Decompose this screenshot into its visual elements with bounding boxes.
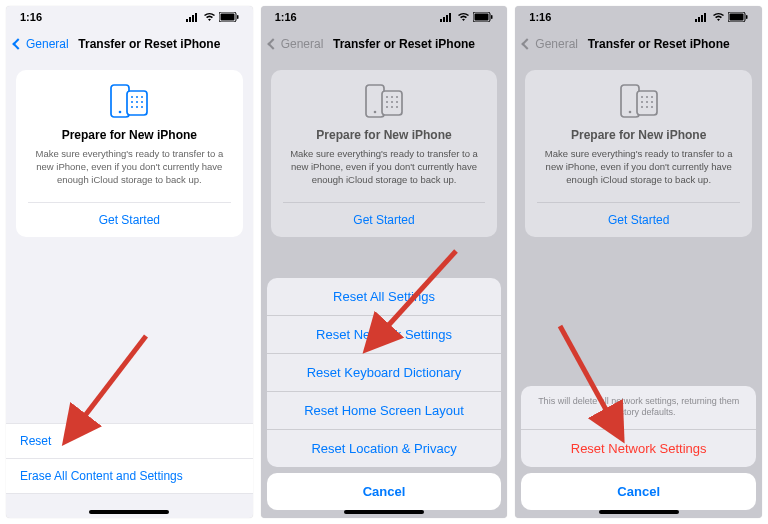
svg-point-53 — [641, 101, 643, 103]
sheet-destructive-action[interactable]: Reset Network Settings — [521, 430, 756, 467]
svg-point-58 — [651, 106, 653, 108]
chevron-left-icon — [12, 38, 23, 49]
nav-bar: General Transfer or Reset iPhone — [6, 28, 253, 60]
back-button[interactable]: General — [14, 37, 69, 51]
svg-point-8 — [119, 111, 122, 114]
nav-bar: General Transfer or Reset iPhone — [515, 28, 762, 60]
phone-screenshot-2: 1:16 General Transfer or Reset iPhone Pr… — [261, 6, 508, 518]
phone-screenshot-3: 1:16 General Transfer or Reset iPhone Pr… — [515, 6, 762, 518]
svg-rect-26 — [491, 15, 493, 19]
phone-transfer-icon — [537, 84, 740, 118]
svg-rect-23 — [449, 13, 451, 22]
card-description: Make sure everything's ready to transfer… — [283, 148, 486, 186]
home-indicator[interactable] — [599, 510, 679, 514]
svg-point-33 — [386, 101, 388, 103]
card-title: Prepare for New iPhone — [283, 128, 486, 142]
sheet-option-reset-network[interactable]: Reset Network Settings — [267, 316, 502, 354]
status-icons — [186, 12, 239, 22]
svg-point-12 — [141, 96, 143, 98]
svg-point-56 — [641, 106, 643, 108]
confirm-sheet: This will delete all network settings, r… — [521, 386, 756, 518]
svg-rect-2 — [192, 15, 194, 22]
home-indicator[interactable] — [89, 510, 169, 514]
sheet-confirm-group: This will delete all network settings, r… — [521, 386, 756, 467]
sheet-cancel-button[interactable]: Cancel — [521, 473, 756, 510]
prepare-card: Prepare for New iPhone Make sure everyth… — [271, 70, 498, 237]
svg-point-57 — [646, 106, 648, 108]
svg-point-35 — [396, 101, 398, 103]
chevron-left-icon — [522, 38, 533, 49]
svg-point-48 — [628, 111, 631, 114]
content-area: Prepare for New iPhone Make sure everyth… — [6, 60, 253, 518]
svg-rect-45 — [730, 14, 744, 21]
svg-point-36 — [386, 106, 388, 108]
sheet-options-group: Reset All Settings Reset Network Setting… — [267, 278, 502, 467]
svg-rect-5 — [220, 14, 234, 21]
svg-point-14 — [136, 101, 138, 103]
svg-point-50 — [641, 96, 643, 98]
status-time: 1:16 — [529, 11, 551, 23]
phone-transfer-icon — [283, 84, 486, 118]
action-sheet: Reset All Settings Reset Network Setting… — [267, 278, 502, 518]
svg-point-11 — [136, 96, 138, 98]
sheet-message: This will delete all network settings, r… — [521, 386, 756, 430]
back-label: General — [26, 37, 69, 51]
svg-rect-40 — [695, 19, 697, 22]
svg-rect-20 — [440, 19, 442, 22]
card-title: Prepare for New iPhone — [28, 128, 231, 142]
svg-rect-42 — [701, 15, 703, 22]
card-description: Make sure everything's ready to transfer… — [28, 148, 231, 186]
nav-bar: General Transfer or Reset iPhone — [261, 28, 508, 60]
prepare-card: Prepare for New iPhone Make sure everyth… — [525, 70, 752, 237]
status-bar: 1:16 — [6, 6, 253, 28]
erase-row[interactable]: Erase All Content and Settings — [6, 459, 253, 494]
back-button[interactable]: General — [523, 37, 578, 51]
prepare-card: Prepare for New iPhone Make sure everyth… — [16, 70, 243, 237]
svg-rect-3 — [195, 13, 197, 22]
reset-row[interactable]: Reset — [6, 423, 253, 459]
svg-rect-43 — [704, 13, 706, 22]
svg-rect-1 — [189, 17, 191, 22]
get-started-button[interactable]: Get Started — [537, 202, 740, 237]
status-bar: 1:16 — [261, 6, 508, 28]
svg-point-28 — [374, 111, 377, 114]
svg-point-15 — [141, 101, 143, 103]
svg-point-31 — [391, 96, 393, 98]
svg-rect-41 — [698, 17, 700, 22]
svg-point-32 — [396, 96, 398, 98]
svg-point-34 — [391, 101, 393, 103]
back-button[interactable]: General — [269, 37, 324, 51]
svg-point-55 — [651, 101, 653, 103]
get-started-button[interactable]: Get Started — [283, 202, 486, 237]
svg-rect-6 — [237, 15, 239, 19]
svg-point-16 — [131, 106, 133, 108]
sheet-cancel-button[interactable]: Cancel — [267, 473, 502, 510]
status-time: 1:16 — [275, 11, 297, 23]
chevron-left-icon — [267, 38, 278, 49]
sheet-option-reset-homescreen[interactable]: Reset Home Screen Layout — [267, 392, 502, 430]
svg-point-10 — [131, 96, 133, 98]
sheet-option-reset-location[interactable]: Reset Location & Privacy — [267, 430, 502, 467]
status-bar: 1:16 — [515, 6, 762, 28]
svg-point-13 — [131, 101, 133, 103]
back-label: General — [535, 37, 578, 51]
home-indicator[interactable] — [344, 510, 424, 514]
svg-point-52 — [651, 96, 653, 98]
card-description: Make sure everything's ready to transfer… — [537, 148, 740, 186]
sheet-option-reset-all[interactable]: Reset All Settings — [267, 278, 502, 316]
svg-rect-22 — [446, 15, 448, 22]
svg-point-51 — [646, 96, 648, 98]
back-label: General — [281, 37, 324, 51]
sheet-option-reset-keyboard[interactable]: Reset Keyboard Dictionary — [267, 354, 502, 392]
svg-rect-25 — [475, 14, 489, 21]
card-title: Prepare for New iPhone — [537, 128, 740, 142]
svg-point-54 — [646, 101, 648, 103]
svg-rect-46 — [746, 15, 748, 19]
status-icons — [695, 12, 748, 22]
svg-point-18 — [141, 106, 143, 108]
svg-rect-21 — [443, 17, 445, 22]
phone-transfer-icon — [28, 84, 231, 118]
status-time: 1:16 — [20, 11, 42, 23]
svg-point-30 — [386, 96, 388, 98]
get-started-button[interactable]: Get Started — [28, 202, 231, 237]
